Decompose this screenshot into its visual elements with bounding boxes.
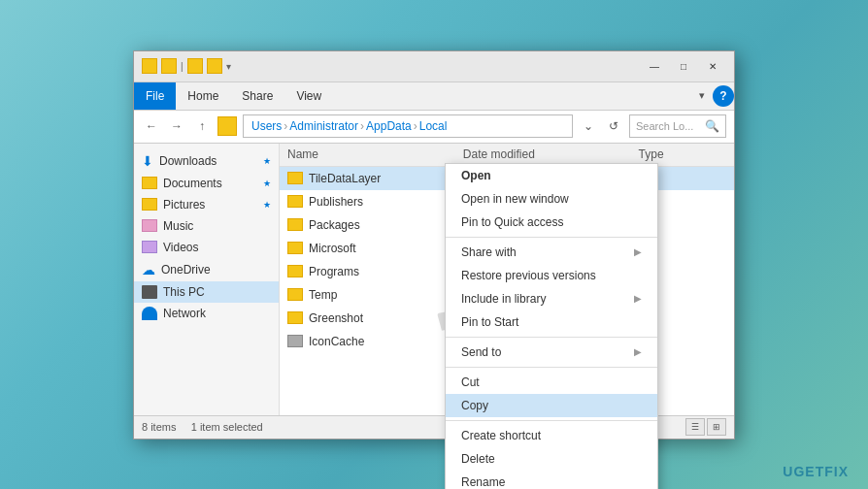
context-menu: Open Open in new window Pin to Quick acc… xyxy=(445,163,658,490)
ctx-sep4 xyxy=(446,420,657,421)
folder-icon-iconcache xyxy=(287,335,303,347)
address-bar: ← → ↑ Users › Administrator › AppData › … xyxy=(134,111,734,144)
thispc-icon xyxy=(142,285,157,299)
sidebar-item-pictures[interactable]: Pictures ★ xyxy=(134,194,279,215)
sidebar-item-thispc[interactable]: This PC xyxy=(134,281,279,303)
maximize-button[interactable]: □ xyxy=(670,56,697,76)
up-button[interactable]: ↑ xyxy=(192,116,212,136)
path-appdata[interactable]: AppData xyxy=(366,119,412,133)
tab-file[interactable]: File xyxy=(134,82,176,110)
window-icon xyxy=(142,58,157,74)
path-users[interactable]: Users xyxy=(251,119,282,133)
title-bar-left: | ▾ xyxy=(142,58,641,74)
ctx-copy[interactable]: Copy xyxy=(446,394,657,417)
ctx-share-with-label: Share with xyxy=(461,245,517,259)
title-bar: | ▾ — □ ✕ xyxy=(134,51,734,82)
pictures-icon xyxy=(142,198,157,211)
sidebar-label-network: Network xyxy=(163,307,206,320)
close-button[interactable]: ✕ xyxy=(699,56,726,76)
minimize-button[interactable]: — xyxy=(641,56,668,76)
search-icon: 🔍 xyxy=(705,119,719,133)
sidebar-item-network[interactable]: Network xyxy=(134,303,279,324)
view-tiles-icon[interactable]: ⊞ xyxy=(707,418,726,436)
sidebar-label-onedrive: OneDrive xyxy=(161,263,211,277)
path-administrator[interactable]: Administrator xyxy=(289,119,358,133)
sidebar-item-music[interactable]: Music xyxy=(134,215,279,237)
folder-icon-tiledatalayer xyxy=(287,172,303,184)
sidebar-label-documents: Documents xyxy=(163,177,222,190)
sidebar-item-documents[interactable]: Documents ★ xyxy=(134,173,279,194)
sidebar-item-videos[interactable]: Videos xyxy=(134,237,279,258)
path-sep2: › xyxy=(360,119,364,133)
address-path[interactable]: Users › Administrator › AppData › Local xyxy=(243,114,573,138)
col-header-date: Date modified xyxy=(463,147,639,161)
ctx-share-with[interactable]: Share with ▶ xyxy=(446,241,657,264)
item-selected: 1 item selected xyxy=(191,421,263,433)
path-local[interactable]: Local xyxy=(419,119,448,133)
folder-icon-programs xyxy=(287,265,303,277)
ctx-include-library[interactable]: Include in library ▶ xyxy=(446,287,657,310)
ctx-create-shortcut[interactable]: Create shortcut xyxy=(446,424,657,447)
folder-icon-packages xyxy=(287,218,303,231)
qat-icon2[interactable] xyxy=(187,58,203,74)
sidebar-label-music: Music xyxy=(163,219,193,233)
back-button[interactable]: ← xyxy=(142,116,161,136)
ctx-library-arrow: ▶ xyxy=(634,293,642,304)
ctx-cut[interactable]: Cut xyxy=(446,371,657,394)
onedrive-icon: ☁ xyxy=(142,262,155,277)
view-icons: ☰ ⊞ xyxy=(685,418,726,436)
music-icon xyxy=(142,219,157,232)
sidebar-item-onedrive[interactable]: ☁ OneDrive xyxy=(134,258,279,281)
ctx-sendto-arrow: ▶ xyxy=(634,346,642,357)
qat-dropdown[interactable]: ▾ xyxy=(226,61,231,72)
ctx-delete[interactable]: Delete xyxy=(446,447,657,471)
sidebar-label-downloads: Downloads xyxy=(159,154,217,168)
ribbon-collapse[interactable]: ▾ xyxy=(691,89,713,102)
sidebar-label-thispc: This PC xyxy=(163,285,205,299)
qat-icon1[interactable] xyxy=(161,58,177,74)
tab-share[interactable]: Share xyxy=(230,82,284,110)
videos-icon xyxy=(142,241,157,253)
sidebar: ⬇ Downloads ★ Documents ★ Pictures ★ Mus… xyxy=(134,144,280,415)
sidebar-label-videos: Videos xyxy=(163,241,198,254)
ctx-rename[interactable]: Rename xyxy=(446,471,657,490)
ctx-restore-versions[interactable]: Restore previous versions xyxy=(446,264,657,287)
folder-icon-greenshot xyxy=(287,311,303,324)
ctx-sendto-label: Send to xyxy=(461,345,501,359)
ctx-pin-start[interactable]: Pin to Start xyxy=(446,310,657,334)
ctx-library-label: Include in library xyxy=(461,292,546,306)
sidebar-item-downloads[interactable]: ⬇ Downloads ★ xyxy=(134,149,279,173)
ctx-sep1 xyxy=(446,237,657,238)
ctx-sep3 xyxy=(446,367,657,368)
folder-icon-temp xyxy=(287,288,303,301)
view-details-icon[interactable]: ☰ xyxy=(685,418,705,436)
ctx-open[interactable]: Open xyxy=(446,164,657,187)
ctx-sep2 xyxy=(446,337,657,338)
path-dropdown-button[interactable]: ⌄ xyxy=(579,116,598,136)
explorer-window: | ▾ — □ ✕ File Home Share View ▾ ? ← → ↑ xyxy=(133,50,735,440)
documents-pin: ★ xyxy=(263,179,271,188)
ctx-share-arrow: ▶ xyxy=(634,246,642,257)
pictures-pin: ★ xyxy=(263,200,271,210)
location-icon xyxy=(217,116,237,136)
ctx-pin-quick-access[interactable]: Pin to Quick access xyxy=(446,211,657,234)
ctx-send-to[interactable]: Send to ▶ xyxy=(446,341,657,364)
tab-view[interactable]: View xyxy=(284,82,333,110)
qat-icon3[interactable] xyxy=(207,58,222,74)
network-icon xyxy=(142,307,157,320)
item-count: 8 items xyxy=(142,421,176,433)
search-box[interactable]: Search Lo... 🔍 xyxy=(629,114,726,138)
ctx-open-new-window[interactable]: Open in new window xyxy=(446,187,657,211)
watermark: UGETFIX xyxy=(783,464,849,479)
qat-separator: | xyxy=(181,61,184,72)
documents-icon xyxy=(142,177,157,189)
window-controls: — □ ✕ xyxy=(641,56,726,76)
path-sep1: › xyxy=(284,119,287,133)
help-button[interactable]: ? xyxy=(713,85,734,107)
refresh-button[interactable]: ↺ xyxy=(604,116,623,136)
downloads-pin: ★ xyxy=(263,156,271,166)
forward-button[interactable]: → xyxy=(167,116,186,136)
tab-home[interactable]: Home xyxy=(176,82,230,110)
sidebar-label-pictures: Pictures xyxy=(163,198,205,212)
col-header-type: Type xyxy=(639,147,726,161)
